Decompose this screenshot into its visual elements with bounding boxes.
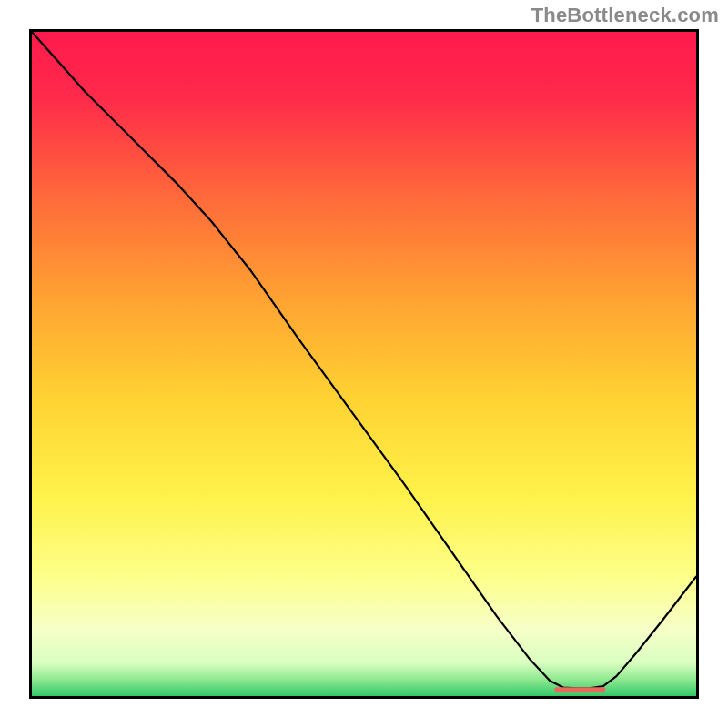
plot-axes-frame xyxy=(29,29,699,699)
watermark-text: TheBottleneck.com xyxy=(531,4,719,27)
bottleneck-chart xyxy=(32,32,696,696)
chart-container: TheBottleneck.com xyxy=(0,0,728,728)
gradient-background xyxy=(32,32,696,696)
